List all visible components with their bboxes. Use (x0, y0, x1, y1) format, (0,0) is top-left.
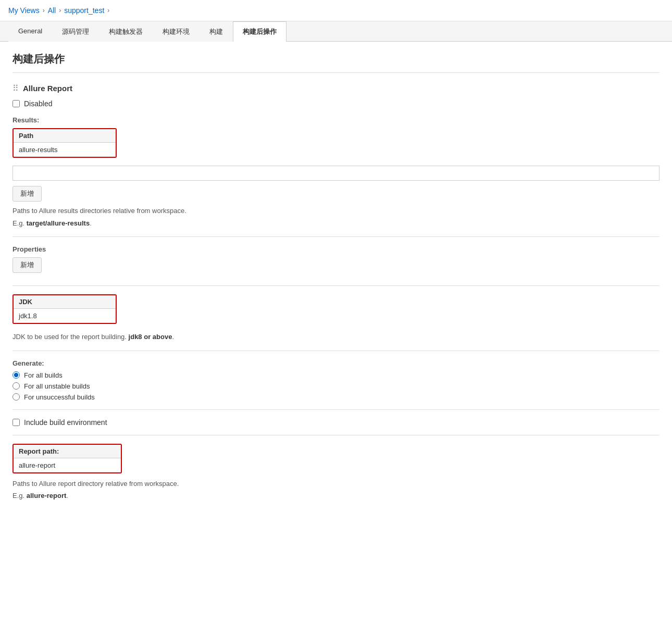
allure-report-title: Allure Report (23, 84, 72, 93)
radio-all-builds[interactable] (13, 371, 20, 379)
include-build-env-row: Include build environment (13, 418, 659, 427)
report-path-header: Report path: (14, 445, 121, 458)
tab-build-env[interactable]: 构建环境 (153, 21, 200, 42)
breadcrumb-sep-2: › (59, 7, 61, 14)
generate-label: Generate: (13, 359, 659, 367)
jdk-highlight-box: JDK jdk1.8 (13, 294, 117, 324)
disabled-label[interactable]: Disabled (24, 99, 52, 108)
tab-build-triggers[interactable]: 构建触发器 (99, 21, 153, 42)
report-path-help1: Paths to Allure report directory relativ… (13, 479, 659, 489)
jdk-header: JDK (14, 295, 116, 309)
add-results-button[interactable]: 新增 (13, 186, 42, 202)
page-title: 构建后操作 (13, 52, 659, 73)
tab-general[interactable]: General (8, 21, 52, 42)
path-header: Path (14, 129, 116, 143)
radio-unsuccessful-builds[interactable] (13, 393, 20, 401)
jdk-help-bold: jdk8 or above (129, 333, 172, 341)
report-path-highlight-box: Report path: allure-report (13, 444, 122, 473)
radio-for-all-builds: For all builds (13, 371, 659, 379)
results-help-example: E.g. target/allure-results. (13, 218, 659, 229)
breadcrumb-support-test[interactable]: support_test (64, 6, 104, 15)
radio-for-unsuccessful: For unsuccessful builds (13, 393, 659, 401)
divider-2 (13, 285, 659, 286)
divider-4 (13, 409, 659, 410)
breadcrumb-sep-3: › (107, 7, 109, 14)
radio-unstable-builds[interactable] (13, 382, 20, 390)
disabled-checkbox-row: Disabled (13, 99, 659, 108)
add-properties-button[interactable]: 新增 (13, 257, 42, 273)
tab-build[interactable]: 构建 (200, 21, 233, 42)
report-path-help-bold: allure-report (27, 492, 67, 499)
main-content: 构建后操作 ⠿ Allure Report Disabled Results: … (0, 42, 672, 514)
results-table-empty-row (13, 166, 659, 180)
breadcrumb-all[interactable]: All (48, 6, 56, 15)
path-highlight-box: Path allure-results (13, 128, 117, 158)
jdk-help-text: JDK to be used for the report building. … (13, 332, 659, 342)
results-label: Results: (13, 116, 659, 124)
generate-radio-group: For all builds For all unstable builds F… (13, 371, 659, 401)
tab-source-management[interactable]: 源码管理 (52, 21, 99, 42)
allure-report-header: ⠿ Allure Report (13, 83, 659, 93)
radio-unsuccessful-label[interactable]: For unsuccessful builds (24, 393, 95, 401)
breadcrumb: My Views › All › support_test › (0, 0, 672, 21)
include-build-env-checkbox[interactable] (13, 419, 20, 426)
divider-5 (13, 435, 659, 435)
breadcrumb-my-views[interactable]: My Views (8, 6, 40, 15)
divider-1 (13, 236, 659, 237)
radio-all-builds-label[interactable]: For all builds (24, 371, 63, 379)
results-table (13, 166, 659, 181)
drag-handle-icon[interactable]: ⠿ (13, 83, 19, 93)
path-value[interactable]: allure-results (14, 143, 116, 157)
results-help-bold: target/allure-results (27, 219, 90, 227)
tab-bar: General 源码管理 构建触发器 构建环境 构建 构建后操作 (0, 21, 672, 42)
breadcrumb-sep-1: › (43, 7, 45, 14)
report-path-value[interactable]: allure-report (14, 458, 121, 472)
properties-label: Properties (13, 245, 659, 253)
tab-post-build[interactable]: 构建后操作 (233, 21, 287, 42)
radio-for-all-unstable: For all unstable builds (13, 382, 659, 390)
disabled-checkbox[interactable] (13, 100, 20, 107)
jdk-value[interactable]: jdk1.8 (14, 309, 116, 323)
report-path-help-example: E.g. allure-report. (13, 491, 659, 501)
divider-3 (13, 351, 659, 351)
radio-unstable-label[interactable]: For all unstable builds (24, 382, 90, 390)
include-build-env-label[interactable]: Include build environment (24, 418, 107, 427)
results-help-text: Paths to Allure results directories rela… (13, 206, 659, 216)
